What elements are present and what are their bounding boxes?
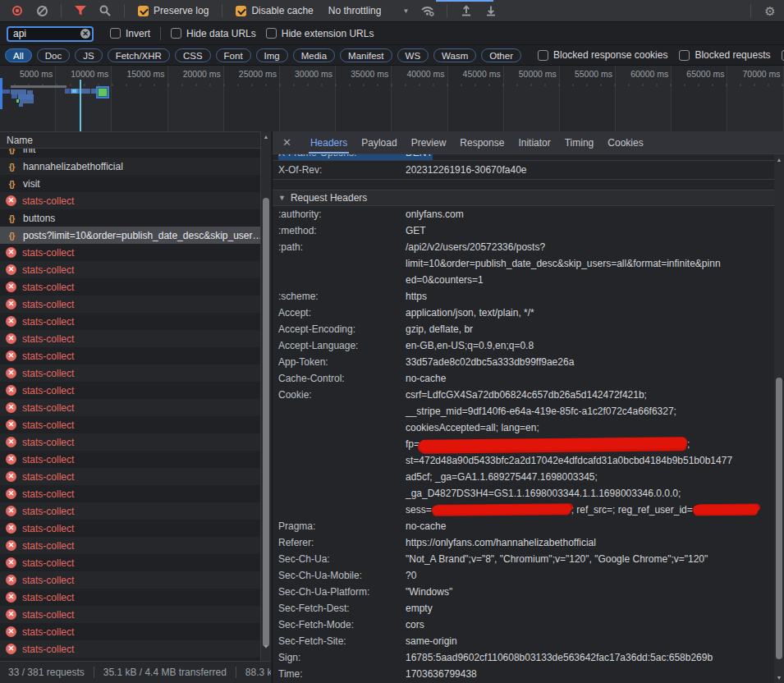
table-row[interactable]: {}posts?limit=10&order=publish_date_desc… bbox=[0, 227, 260, 244]
filter-pill-fetch-xhr[interactable]: Fetch/XHR bbox=[108, 48, 170, 62]
request-failed-icon: ✕ bbox=[6, 299, 16, 309]
network-conditions-button[interactable] bbox=[417, 2, 438, 19]
table-row[interactable]: ✕stats-collect bbox=[0, 278, 260, 296]
clear-button[interactable] bbox=[31, 2, 53, 19]
filter-pill-media[interactable]: Media bbox=[293, 48, 335, 62]
table-row[interactable]: ✕stats-collect bbox=[0, 537, 260, 554]
table-row[interactable]: ✕stats-collect bbox=[0, 433, 260, 451]
hide-extension-urls-checkbox[interactable] bbox=[266, 28, 277, 39]
table-row[interactable]: ✕stats-collect bbox=[0, 416, 260, 433]
filter-toggle-button[interactable] bbox=[70, 2, 91, 19]
filter-pill-css[interactable]: CSS bbox=[175, 48, 211, 62]
tab-preview[interactable]: Preview bbox=[411, 131, 447, 154]
export-har-button[interactable] bbox=[480, 2, 502, 19]
redaction-scribble bbox=[432, 504, 571, 515]
request-list-scrollbar[interactable]: ▲ ▼ bbox=[260, 131, 271, 661]
request-failed-icon: ✕ bbox=[6, 385, 16, 396]
fetch-request-icon: {} bbox=[6, 179, 17, 189]
clear-filter-icon[interactable]: ✕ bbox=[80, 29, 90, 39]
toolbar-divider bbox=[750, 4, 751, 17]
table-row[interactable]: {}hannahelizabethofficial bbox=[0, 158, 260, 175]
blocked-requests-checkbox[interactable] bbox=[679, 50, 690, 61]
header-value: "Not_A Brand";v="8", "Chromium";v="120",… bbox=[406, 551, 708, 567]
scroll-up-icon[interactable]: ▲ bbox=[261, 134, 271, 140]
scroll-down-icon[interactable]: ▼ bbox=[774, 675, 784, 681]
tab-response[interactable]: Response bbox=[460, 131, 504, 154]
filter-pill-all[interactable]: All bbox=[5, 48, 32, 62]
preserve-log-checkbox[interactable] bbox=[138, 6, 149, 16]
overview-tick: 35000 ms bbox=[336, 66, 392, 131]
header-row: Sign:16785:5aad9602cf110608b03133de56364… bbox=[273, 649, 774, 666]
header-row: :scheme:https bbox=[273, 288, 774, 305]
request-headers-section[interactable]: ▼ Request Headers bbox=[273, 190, 774, 206]
name-column-header[interactable]: Name bbox=[0, 131, 271, 149]
table-row[interactable]: ✕stats-collect bbox=[0, 502, 260, 520]
table-row[interactable]: ✕stats-collect bbox=[0, 296, 260, 313]
record-button[interactable] bbox=[7, 2, 28, 19]
header-value: no-cache bbox=[406, 518, 446, 534]
header-value: en-GB,en-US;q=0.9,en;q=0.8 bbox=[406, 337, 534, 354]
waterfall-bar bbox=[19, 103, 23, 107]
table-row[interactable]: ✕stats-collect bbox=[0, 192, 260, 209]
scrollbar-thumb[interactable] bbox=[776, 378, 782, 659]
table-row[interactable]: ✕stats-collect bbox=[0, 313, 260, 330]
header-value-line: cookiesAccepted=all; lang=en; bbox=[406, 419, 759, 436]
disable-cache-checkbox[interactable] bbox=[236, 6, 246, 16]
table-row[interactable]: ✕stats-collect bbox=[0, 364, 260, 382]
network-overview[interactable]: 5000 ms10000 ms15000 ms20000 ms25000 ms3… bbox=[0, 66, 784, 131]
table-row[interactable]: ✕stats-collect bbox=[0, 451, 260, 468]
table-row[interactable]: ✕stats-collect bbox=[0, 606, 260, 623]
import-har-button[interactable] bbox=[456, 2, 477, 19]
table-row[interactable]: ✕stats-collect bbox=[0, 347, 260, 364]
filter-pill-font[interactable]: Font bbox=[216, 48, 251, 62]
table-row[interactable]: ✕stats-collect bbox=[0, 640, 260, 658]
filter-row: ✕ Invert Hide data URLs Hide extension U… bbox=[0, 22, 784, 45]
table-row[interactable]: {}init bbox=[0, 149, 260, 158]
throttling-select[interactable]: No throttling ▼ bbox=[328, 5, 410, 16]
table-row[interactable]: {}visit bbox=[0, 175, 260, 192]
table-row[interactable]: ✕stats-collect bbox=[0, 554, 260, 571]
table-row[interactable]: ✕stats-collect bbox=[0, 623, 260, 640]
request-failed-icon: ✕ bbox=[6, 316, 16, 327]
table-row[interactable]: ✕stats-collect bbox=[0, 244, 260, 261]
table-row[interactable]: ✕stats-collect bbox=[0, 261, 260, 278]
table-row[interactable]: ✕stats-collect bbox=[0, 571, 260, 589]
scrollbar-thumb[interactable] bbox=[263, 198, 269, 647]
invert-checkbox[interactable] bbox=[110, 28, 121, 39]
detail-scrollbar[interactable]: ▲ ▼ bbox=[774, 154, 784, 683]
close-icon[interactable]: ✕ bbox=[282, 136, 291, 149]
table-row[interactable]: ✕stats-collect bbox=[0, 330, 260, 347]
search-button[interactable] bbox=[94, 2, 116, 19]
blocked-response-cookies-checkbox[interactable] bbox=[538, 50, 548, 61]
table-row[interactable]: ✕stats-collect bbox=[0, 589, 260, 606]
tab-cookies[interactable]: Cookies bbox=[607, 131, 643, 154]
tab-timing[interactable]: Timing bbox=[565, 131, 594, 154]
overview-tick: 60000 ms bbox=[616, 66, 672, 131]
overview-tick: 70000 ms bbox=[727, 66, 783, 131]
header-value-line: 16785:5aad9602cf110608b03133de563642fac1… bbox=[406, 649, 713, 666]
tab-payload[interactable]: Payload bbox=[361, 131, 397, 154]
table-row[interactable]: ✕stats-collect bbox=[0, 520, 260, 537]
header-name: Time: bbox=[278, 666, 406, 682]
scroll-up-icon[interactable]: ▲ bbox=[774, 157, 784, 163]
table-row[interactable]: ✕stats-collect bbox=[0, 468, 260, 485]
filter-pill-img[interactable]: Img bbox=[256, 48, 288, 62]
tab-initiator[interactable]: Initiator bbox=[518, 131, 550, 154]
hide-data-urls-checkbox[interactable] bbox=[171, 28, 181, 39]
header-value: application/json, text/plain, */* bbox=[406, 305, 534, 321]
filter-pill-js[interactable]: JS bbox=[75, 48, 102, 62]
tab-headers[interactable]: Headers bbox=[310, 131, 347, 154]
scroll-down-icon[interactable]: ▼ bbox=[261, 644, 271, 649]
filter-pill-doc[interactable]: Doc bbox=[37, 48, 70, 62]
table-row[interactable]: ✕stats-collect bbox=[0, 399, 260, 416]
filter-pill-ws[interactable]: WS bbox=[397, 48, 429, 62]
header-value-line: 1703636799438 bbox=[406, 666, 477, 682]
table-row[interactable]: {}buttons bbox=[0, 209, 260, 227]
table-row[interactable]: ✕stats-collect bbox=[0, 485, 260, 502]
filter-pill-wasm[interactable]: Wasm bbox=[433, 48, 476, 62]
filter-pill-other[interactable]: Other bbox=[481, 48, 521, 62]
table-row[interactable]: ✕stats-collect bbox=[0, 382, 260, 399]
settings-button[interactable]: ⚙ bbox=[759, 2, 781, 19]
disable-cache-label: Disable cache bbox=[251, 5, 313, 16]
filter-pill-manifest[interactable]: Manifest bbox=[340, 48, 392, 62]
